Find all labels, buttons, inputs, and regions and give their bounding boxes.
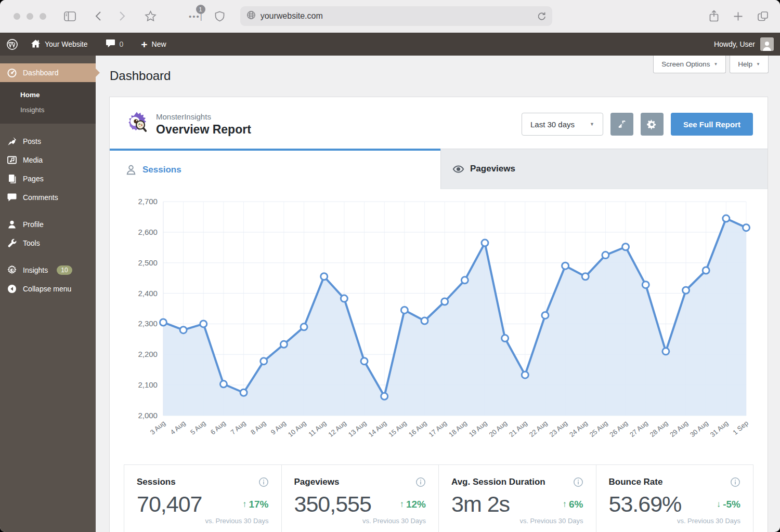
browser-toolbar: •••| 1	[0, 0, 780, 33]
info-icon[interactable]	[258, 477, 269, 487]
sidebar-item-collapse-menu[interactable]: Collapse menu	[0, 280, 96, 298]
up-arrow-icon: ↑	[242, 499, 247, 510]
comment-bubble-icon	[106, 39, 115, 49]
svg-text:16 Aug: 16 Aug	[407, 419, 428, 438]
person-outline-icon	[125, 164, 137, 176]
zoom-window-button[interactable]	[40, 13, 46, 20]
dashboard-submenu: Home Insights	[0, 82, 96, 124]
chevron-down-icon: ▼	[713, 62, 718, 66]
svg-text:29 Aug: 29 Aug	[668, 419, 690, 438]
url-input[interactable]	[261, 11, 537, 21]
report-tabs: Sessions Pageviews	[110, 149, 768, 189]
sidebar-item-comments[interactable]: Comments	[0, 188, 96, 207]
back-icon[interactable]	[95, 11, 101, 21]
home-icon	[31, 39, 41, 50]
tab-sessions[interactable]: Sessions	[110, 149, 440, 189]
svg-text:17 Aug: 17 Aug	[427, 419, 448, 438]
svg-text:13 Aug: 13 Aug	[347, 419, 368, 438]
info-icon[interactable]	[573, 477, 583, 487]
pages-icon	[7, 174, 17, 184]
svg-text:18 Aug: 18 Aug	[447, 419, 469, 438]
extension-badge: 1	[196, 5, 205, 14]
browser-window: •••| 1	[0, 0, 780, 532]
forward-icon[interactable]	[119, 11, 126, 21]
date-range-select[interactable]: Last 30 days ▼	[522, 113, 603, 136]
comments-icon	[7, 192, 17, 203]
site-menu-item[interactable]: Your Website	[24, 33, 94, 56]
svg-text:10 Aug: 10 Aug	[287, 419, 308, 438]
svg-text:2,200: 2,200	[138, 350, 157, 358]
svg-text:2,000: 2,000	[138, 411, 157, 420]
svg-text:25 Aug: 25 Aug	[588, 419, 609, 438]
reload-icon[interactable]	[537, 11, 546, 21]
new-tab-icon[interactable]	[733, 11, 743, 21]
plus-icon: +	[141, 39, 147, 50]
svg-text:11 Aug: 11 Aug	[307, 419, 328, 438]
svg-text:1 Sep: 1 Sep	[731, 419, 750, 436]
info-icon[interactable]	[730, 477, 740, 487]
chevron-down-icon: ▼	[756, 62, 760, 66]
svg-text:2,700: 2,700	[138, 197, 157, 206]
sidebar-item-profile[interactable]: Profile	[0, 215, 96, 234]
extensions-icon[interactable]: •••| 1	[189, 12, 202, 21]
see-full-report-button[interactable]: See Full Report	[671, 113, 753, 136]
main-content: Screen Options▼ Help▼ Dashboard MonsterI…	[96, 56, 780, 532]
sidebar-toggle-icon[interactable]	[64, 11, 76, 21]
svg-text:8 Aug: 8 Aug	[249, 419, 267, 436]
help-button[interactable]: Help▼	[730, 56, 769, 73]
svg-text:3 Aug: 3 Aug	[149, 419, 167, 436]
site-name: Your Website	[45, 40, 88, 48]
share-icon[interactable]	[709, 10, 719, 22]
screen-options-button[interactable]: Screen Options▼	[653, 56, 726, 73]
svg-text:23 Aug: 23 Aug	[548, 419, 569, 438]
sidebar-item-tools[interactable]: Tools	[0, 234, 96, 252]
submenu-item-home[interactable]: Home	[0, 87, 96, 102]
svg-text:26 Aug: 26 Aug	[608, 419, 629, 438]
shrink-report-button[interactable]	[610, 113, 633, 136]
stat-card-avg-session-duration: Avg. Session Duration 3m 2s ↑6% vs. Prev…	[439, 465, 596, 532]
tab-pageviews[interactable]: Pageviews	[440, 149, 768, 189]
address-bar[interactable]	[240, 6, 552, 26]
tab-overview-icon[interactable]	[757, 11, 769, 22]
sessions-chart: 2,0002,1002,2002,3002,4002,5002,6002,700…	[124, 195, 753, 451]
sidebar-item-media[interactable]: Media	[0, 151, 96, 169]
svg-text:19 Aug: 19 Aug	[467, 419, 489, 438]
down-arrow-icon: ↓	[717, 499, 721, 510]
overview-report-card: MonsterInsights Overview Report Last 30 …	[109, 97, 768, 532]
new-menu-item[interactable]: + New	[135, 33, 172, 56]
summary-stats-row: Sessions 70,407 ↑17% vs. Previous 30 Day…	[124, 464, 753, 532]
minimize-window-button[interactable]	[27, 13, 33, 20]
insights-badge: 10	[57, 265, 72, 275]
brand-name: MonsterInsights	[156, 112, 251, 121]
svg-text:28 Aug: 28 Aug	[648, 419, 670, 438]
settings-button[interactable]	[641, 113, 664, 136]
globe-icon	[246, 10, 256, 22]
stat-card-pageviews: Pageviews 350,555 ↑12% vs. Previous 30 D…	[282, 465, 439, 532]
svg-text:2,100: 2,100	[138, 380, 157, 389]
pushpin-icon	[7, 136, 17, 147]
traffic-lights	[14, 13, 46, 20]
svg-text:22 Aug: 22 Aug	[528, 419, 549, 438]
howdy-text: Howdy, User	[714, 40, 755, 48]
svg-text:15 Aug: 15 Aug	[387, 419, 408, 438]
sidebar-item-posts[interactable]: Posts	[0, 132, 96, 151]
close-window-button[interactable]	[14, 13, 20, 20]
monsterinsights-logo	[124, 111, 149, 138]
sidebar-item-dashboard[interactable]: Dashboard	[0, 63, 96, 82]
sidebar-item-insights[interactable]: Insights 10	[0, 261, 96, 280]
svg-text:7 Aug: 7 Aug	[229, 419, 247, 436]
admin-sidebar: Dashboard Home Insights Posts Media Page…	[0, 56, 96, 532]
bookmark-star-icon[interactable]	[145, 10, 157, 22]
info-icon[interactable]	[415, 477, 426, 487]
stat-card-sessions: Sessions 70,407 ↑17% vs. Previous 30 Day…	[124, 465, 282, 532]
comments-menu-item[interactable]: 0	[99, 33, 130, 56]
new-label: New	[152, 40, 166, 48]
report-title: Overview Report	[156, 123, 251, 137]
shield-icon[interactable]	[215, 11, 225, 22]
account-menu-item[interactable]: Howdy, User	[714, 37, 780, 51]
compress-arrows-icon	[617, 119, 627, 129]
wordpress-logo-icon[interactable]	[0, 33, 24, 56]
submenu-item-insights[interactable]: Insights	[0, 102, 96, 117]
wrench-icon	[7, 238, 17, 248]
sidebar-item-pages[interactable]: Pages	[0, 169, 96, 188]
